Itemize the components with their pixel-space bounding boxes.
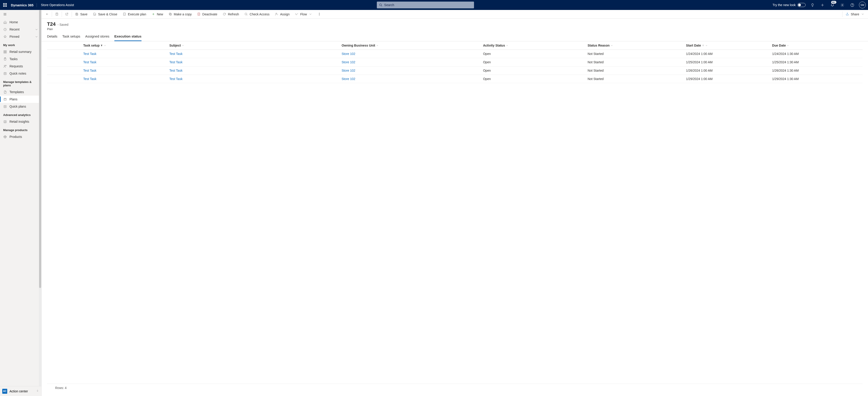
help-icon[interactable] (848, 0, 857, 10)
refresh-button[interactable]: Refresh (220, 10, 242, 19)
table-row[interactable]: Test TaskTest TaskStore 102OpenNot Start… (47, 75, 863, 83)
row-select[interactable] (47, 50, 81, 58)
cell-task-setup[interactable]: Test Task (81, 50, 167, 58)
toggle-icon[interactable] (798, 3, 806, 7)
execute-plan-button[interactable]: Execute plan (120, 10, 149, 19)
sidebar-item-requests[interactable]: Requests (0, 63, 41, 70)
svg-point-59 (319, 15, 319, 16)
cell-subject[interactable]: Test Task (167, 50, 340, 58)
cell-subject[interactable]: Test Task (167, 75, 340, 83)
tab-execution-status[interactable]: Execution status (114, 33, 142, 41)
sidebar-item-retail-insights[interactable]: Retail insights (0, 118, 41, 125)
save-close-button[interactable]: Save & Close (90, 10, 120, 19)
sidebar-item-label: Plans (9, 97, 18, 101)
row-select[interactable] (47, 75, 81, 83)
tab-details[interactable]: Details (47, 33, 57, 41)
flow-button[interactable]: Flow (292, 10, 315, 19)
new-label: New (157, 12, 163, 16)
svg-point-26 (4, 65, 5, 66)
open-record-set-button[interactable] (53, 10, 61, 19)
deactivate-button[interactable]: Deactivate (194, 10, 220, 19)
new-button[interactable]: New (149, 10, 166, 19)
save-button[interactable]: Save (72, 10, 90, 19)
cell-owning-bu[interactable]: Store 102 (340, 66, 481, 75)
hamburger-icon[interactable] (0, 10, 41, 19)
table-row[interactable]: Test TaskTest TaskStore 102OpenNot Start… (47, 66, 863, 75)
brand-label[interactable]: Dynamics 365 (10, 3, 37, 7)
col-owning-bu[interactable]: Owning Business Unit (340, 41, 481, 50)
svg-rect-45 (76, 14, 77, 16)
sidebar-item-plans[interactable]: Plans (0, 96, 41, 103)
app-launcher-icon[interactable] (0, 0, 10, 10)
cell-owning-bu[interactable]: Store 102 (340, 58, 481, 66)
row-select[interactable] (47, 58, 81, 66)
svg-marker-60 (101, 45, 102, 46)
assign-button[interactable]: Assign (272, 10, 292, 19)
cell-owning-bu[interactable]: Store 102 (340, 75, 481, 83)
cell-owning-bu[interactable]: Store 102 (340, 50, 481, 58)
sidebar-item-label: Pinned (9, 35, 20, 38)
record-state: - Saved (57, 23, 68, 26)
col-subject[interactable]: Subject (167, 41, 340, 50)
svg-point-54 (245, 13, 247, 15)
sidebar-item-label: Quick plans (9, 105, 26, 108)
share-button[interactable]: Share (843, 10, 867, 19)
svg-line-10 (381, 5, 382, 6)
svg-point-27 (5, 65, 6, 66)
bell-icon[interactable]: 99+ (828, 0, 837, 10)
col-start-date[interactable]: Start Date (684, 41, 770, 50)
cell-subject[interactable]: Test Task (167, 66, 340, 75)
new-look-toggle[interactable]: Try the new look (773, 3, 807, 7)
cell-task-setup[interactable]: Test Task (81, 66, 167, 75)
global-search[interactable] (377, 2, 474, 8)
cell-task-setup[interactable]: Test Task (81, 58, 167, 66)
tab-task-setups[interactable]: Task setups (62, 33, 80, 41)
svg-rect-21 (5, 51, 6, 51)
chevron-down-icon (861, 12, 864, 16)
sidebar-item-retail-summary[interactable]: Retail summary (0, 48, 41, 55)
col-due-date[interactable]: Due Date (770, 41, 863, 50)
search-input[interactable] (384, 3, 472, 7)
lightbulb-icon[interactable] (808, 0, 817, 10)
tab-assigned-stores[interactable]: Assigned stores (85, 33, 110, 41)
make-copy-button[interactable]: Make a copy (166, 10, 194, 19)
col-activity-status[interactable]: Activity Status (481, 41, 586, 50)
cell-task-setup[interactable]: Test Task (81, 75, 167, 83)
table-row[interactable]: Test TaskTest TaskStore 102OpenNot Start… (47, 58, 863, 66)
gear-icon[interactable] (838, 0, 847, 10)
col-task-setup[interactable]: Task setup (81, 41, 167, 50)
sidebar-item-templates[interactable]: Templates (0, 88, 41, 96)
popout-button[interactable] (62, 10, 71, 19)
sidebar-item-recent[interactable]: Recent (0, 26, 41, 33)
sidebar-item-quick-plans[interactable]: Quick plans (0, 103, 41, 110)
action-center-label: Action center (9, 390, 28, 393)
cell-subject[interactable]: Test Task (167, 58, 340, 66)
record-header: T24 - Saved Plan (41, 19, 868, 31)
svg-point-58 (319, 14, 319, 14)
sidebar-item-tasks[interactable]: Tasks (0, 55, 41, 63)
svg-rect-8 (6, 6, 7, 7)
cell-start-date: 1/29/2024 1:00 AM (684, 75, 770, 83)
sidebar-item-quick-notes[interactable]: Quick notes (0, 70, 41, 77)
svg-rect-28 (4, 72, 6, 74)
cell-activity-status: Open (481, 50, 586, 58)
sidebar-item-home[interactable]: Home (0, 19, 41, 26)
plus-icon[interactable] (818, 0, 827, 10)
action-center-bar[interactable]: AC Action center (0, 386, 41, 396)
template-icon (3, 90, 7, 94)
table-row[interactable]: Test TaskTest TaskStore 102OpenNot Start… (47, 50, 863, 58)
col-status-reason[interactable]: Status Reason (586, 41, 684, 50)
avatar[interactable]: SM (859, 2, 866, 8)
sidebar-item-products[interactable]: Products (0, 133, 41, 140)
row-select[interactable] (47, 66, 81, 75)
overflow-button[interactable] (315, 10, 324, 19)
check-access-button[interactable]: Check Access (242, 10, 272, 19)
svg-rect-23 (5, 52, 6, 53)
execute-plan-label: Execute plan (128, 12, 146, 16)
cell-activity-status: Open (481, 66, 586, 75)
back-button[interactable] (42, 10, 51, 19)
sidebar-item-pinned[interactable]: Pinned (0, 33, 41, 40)
check-access-label: Check Access (250, 12, 270, 16)
sidebar-scrollbar[interactable] (39, 10, 41, 396)
col-select[interactable] (47, 41, 81, 50)
